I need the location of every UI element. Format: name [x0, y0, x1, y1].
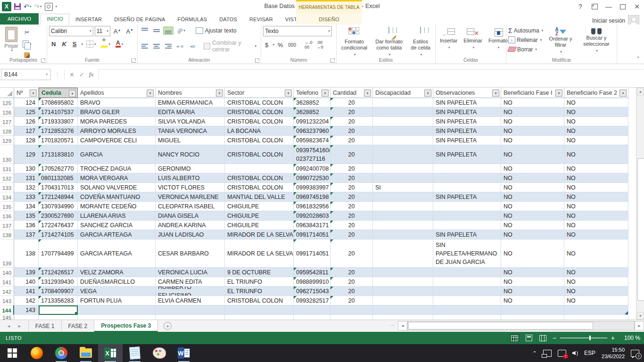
column-header-beneficiario-fase-2[interactable]: Beneficiario Fase 2▾: [564, 88, 628, 98]
cell[interactable]: 0959542811: [294, 268, 330, 277]
cell[interactable]: SIN PAPELETA: [433, 145, 501, 164]
cell[interactable]: CRISTOBAL COLON: [225, 107, 294, 117]
cell[interactable]: LLARENA ARIAS: [78, 211, 156, 221]
cell[interactable]: [225, 315, 294, 320]
cell[interactable]: NO: [501, 183, 564, 192]
column-header-beneficiario-fase-i[interactable]: Beneficiario Fase I▾: [501, 88, 564, 98]
language-indicator[interactable]: ESP: [584, 350, 595, 356]
clipboard-dialog-launcher-icon[interactable]: [41, 58, 46, 63]
cell[interactable]: VICTOT FLORES: [156, 183, 225, 192]
cell[interactable]: 1712426517: [39, 268, 78, 277]
cell[interactable]: [564, 305, 628, 315]
column-header-cedula[interactable]: Cedula▾: [39, 88, 78, 98]
cell[interactable]: 20: [330, 287, 373, 296]
fill-color-button[interactable]: ▾: [99, 40, 112, 49]
cell[interactable]: 20: [330, 117, 373, 126]
cell[interactable]: 0993282517: [294, 296, 330, 305]
merge-center-button[interactable]: Combinar y centrar▾: [201, 38, 259, 54]
cell[interactable]: [373, 296, 433, 305]
page-layout-view-button[interactable]: [524, 334, 534, 342]
cell[interactable]: 1721248944: [39, 192, 78, 202]
cell[interactable]: 0801132085: [39, 173, 78, 183]
cell[interactable]: 133: [14, 192, 39, 202]
cell[interactable]: SIN PAPELETA: [433, 126, 501, 136]
cell[interactable]: CRISTOBAL COLON: [225, 145, 294, 164]
cell[interactable]: MORA PAREDES: [78, 117, 156, 126]
cell[interactable]: NANCY ROCIO: [156, 145, 225, 164]
copy-button[interactable]: ▾: [21, 39, 33, 49]
increase-indent-button[interactable]: ⇥≡: [187, 42, 197, 50]
row-header-138[interactable]: 138: [0, 230, 14, 239]
tab-archivo[interactable]: ARCHIVO: [0, 13, 39, 25]
fill-handle[interactable]: [74, 312, 78, 315]
normal-view-button[interactable]: [510, 334, 520, 342]
filter-dropdown-icon[interactable]: ▾: [492, 90, 499, 97]
network-icon[interactable]: [543, 350, 552, 357]
cell[interactable]: LA BOCANA: [225, 126, 294, 136]
cell[interactable]: [373, 192, 433, 202]
cell[interactable]: DIANA GISELA: [156, 211, 225, 221]
cell[interactable]: NO: [564, 296, 628, 305]
borders-button[interactable]: ▾: [84, 39, 98, 49]
cell[interactable]: [433, 305, 501, 315]
cell[interactable]: 0990722530: [294, 173, 330, 183]
cell[interactable]: HUMBERTO FELICISIMO: [156, 287, 225, 296]
autosum-button[interactable]: ΣAutosuma▾: [508, 26, 543, 35]
currency-button[interactable]: $: [263, 40, 270, 50]
filter-dropdown-icon[interactable]: ▾: [216, 90, 223, 97]
zoom-out-icon[interactable]: −: [553, 336, 556, 340]
cell[interactable]: NO: [564, 268, 628, 277]
cell[interactable]: NO: [501, 164, 564, 173]
cell[interactable]: NO: [564, 145, 628, 164]
cell[interactable]: NO: [564, 211, 628, 221]
cell[interactable]: 143: [14, 305, 39, 315]
sheet-next-icon[interactable]: ►: [17, 324, 22, 329]
cell[interactable]: [373, 126, 433, 136]
cell[interactable]: BRAVO GILER: [78, 107, 156, 117]
cell[interactable]: 1712853276: [39, 126, 78, 136]
close-button[interactable]: ✕: [630, 0, 644, 13]
cell[interactable]: 1708409907: [39, 287, 78, 296]
scroll-up-icon[interactable]: ▲: [637, 88, 644, 95]
cell[interactable]: 0991232204: [294, 117, 330, 126]
select-all-corner[interactable]: [0, 88, 14, 98]
cell[interactable]: EL TRIUNFO: [225, 277, 294, 287]
ribbon-display-options-button[interactable]: [587, 0, 602, 13]
cell[interactable]: [501, 315, 564, 320]
filter-dropdown-icon[interactable]: ▾: [30, 90, 37, 97]
cell[interactable]: 20: [330, 107, 373, 117]
align-left-button[interactable]: [140, 42, 150, 50]
cell[interactable]: 20: [330, 268, 373, 277]
row-header-144[interactable]: 144: [0, 305, 14, 315]
number-format-combo[interactable]: Texto▾: [263, 26, 332, 36]
cell[interactable]: 20: [330, 202, 373, 211]
cell[interactable]: [373, 98, 433, 107]
tab-fórmulas[interactable]: FÓRMULAS: [171, 14, 213, 25]
cell[interactable]: 20: [330, 239, 373, 268]
cell[interactable]: NO: [501, 211, 564, 221]
cell[interactable]: MORANTE CEDEÑO: [78, 202, 156, 211]
cell[interactable]: 20: [330, 173, 373, 183]
cell[interactable]: 1704317013: [39, 183, 78, 192]
cell[interactable]: 1713183810: [39, 145, 78, 164]
cell[interactable]: [294, 315, 330, 320]
cell[interactable]: VELIZ ZAMORA: [78, 268, 156, 277]
cell[interactable]: 140: [14, 277, 39, 287]
row-header-134[interactable]: 134: [0, 192, 14, 202]
cell[interactable]: [433, 173, 501, 183]
cell[interactable]: MANTIAL DEL VALLE: [225, 192, 294, 202]
cell[interactable]: EMMA GERMANICA: [156, 98, 225, 107]
cell[interactable]: NO: [501, 173, 564, 183]
cancel-entry-icon[interactable]: ✕: [69, 71, 74, 78]
cell[interactable]: GARCIA ARTEAGA: [78, 230, 156, 239]
cell[interactable]: [373, 221, 433, 230]
cell[interactable]: NO: [564, 277, 628, 287]
cell[interactable]: CAMPOVERDE CELI: [78, 136, 156, 145]
row-header-141[interactable]: 141: [0, 277, 14, 287]
cell[interactable]: [156, 305, 225, 315]
cell[interactable]: NO: [501, 230, 564, 239]
cell[interactable]: NO: [501, 98, 564, 107]
cell[interactable]: [14, 315, 39, 320]
cell[interactable]: 1701820571: [39, 136, 78, 145]
row-header-140[interactable]: 140: [0, 268, 14, 277]
